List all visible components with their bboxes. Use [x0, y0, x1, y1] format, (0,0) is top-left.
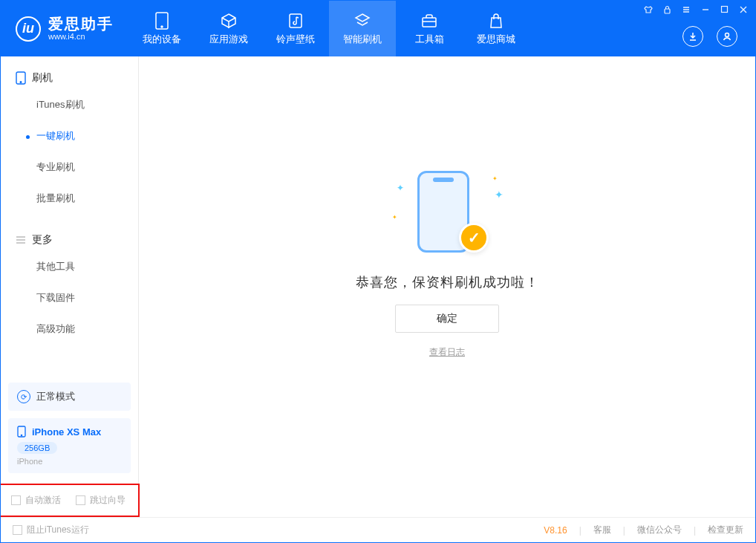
wechat-link[interactable]: 微信公众号: [637, 524, 682, 536]
mode-label: 正常模式: [36, 390, 75, 403]
checkbox-icon: [13, 525, 22, 535]
checkbox-label: 自动激活: [25, 494, 61, 507]
sparkle-icon: ✦: [495, 189, 504, 201]
confirm-button[interactable]: 确定: [395, 305, 499, 333]
minimize-button[interactable]: [701, 5, 710, 16]
sidebar-item-other-tools[interactable]: 其他工具: [1, 251, 138, 282]
svg-rect-5: [665, 9, 670, 13]
device-name: iPhone XS Max: [32, 426, 101, 438]
checkbox-auto-activate[interactable]: 自动激活: [11, 494, 61, 507]
phone-icon: [16, 71, 26, 85]
header: iu 爱思助手 www.i4.cn 我的设备 应用游戏: [1, 1, 755, 56]
sparkle-icon: ✦: [397, 183, 404, 193]
cube-icon: [220, 12, 238, 30]
svg-point-4: [726, 33, 729, 36]
download-button[interactable]: [682, 26, 703, 47]
nav-label: 爱思商城: [477, 33, 515, 46]
sidebar-section-flash: 刷机 iTunes刷机 一键刷机 专业刷机 批量刷机: [1, 56, 138, 218]
sidebar-item-oneclick-flash[interactable]: 一键刷机: [1, 120, 138, 152]
music-icon: [287, 12, 304, 30]
nav-label: 我的设备: [143, 33, 181, 46]
svg-point-10: [21, 435, 22, 435]
checkbox-icon: [76, 495, 85, 505]
logo: iu 爱思助手 www.i4.cn: [1, 1, 128, 56]
version-label: V8.16: [544, 525, 567, 536]
footer: 阻止iTunes运行 V8.16 | 客服 | 微信公众号 | 检查更新: [1, 517, 755, 542]
nav-store[interactable]: 爱思商城: [463, 1, 529, 56]
sidebar-bottom: ⟳ 正常模式 iPhone XS Max 256GB iPhone: [1, 383, 138, 484]
svg-point-8: [20, 82, 22, 83]
checkbox-skip-wizard[interactable]: 跳过向导: [76, 494, 126, 507]
app-title: 爱思助手: [48, 16, 114, 32]
sidebar-heading-label: 更多: [32, 233, 53, 247]
check-update-link[interactable]: 检查更新: [708, 524, 743, 536]
sidebar-heading-more: 更多: [1, 229, 138, 251]
shirt-icon[interactable]: [644, 5, 653, 16]
nav-toolbox[interactable]: 工具箱: [396, 1, 463, 56]
sidebar: 刷机 iTunes刷机 一键刷机 专业刷机 批量刷机 更多 其他工具 下载固件 …: [1, 56, 139, 517]
view-log-link[interactable]: 查看日志: [429, 346, 465, 359]
sparkle-icon: ✦: [492, 175, 498, 182]
refresh-icon: [353, 12, 371, 30]
logo-text: 爱思助手 www.i4.cn: [48, 16, 114, 41]
logo-icon: iu: [16, 16, 41, 42]
sidebar-item-batch-flash[interactable]: 批量刷机: [1, 183, 138, 214]
lock-icon[interactable]: [663, 5, 671, 16]
sidebar-item-advanced[interactable]: 高级功能: [1, 313, 138, 345]
success-message: 恭喜您，保资料刷机成功啦！: [356, 273, 539, 291]
nav-label: 铃声壁纸: [276, 33, 315, 46]
list-icon: [16, 235, 26, 244]
sidebar-heading-label: 刷机: [32, 71, 53, 85]
support-link[interactable]: 客服: [593, 524, 611, 536]
menu-icon[interactable]: [682, 5, 691, 16]
check-icon: ✓: [459, 223, 489, 253]
nav-my-device[interactable]: 我的设备: [128, 1, 195, 56]
nav-ringtones[interactable]: 铃声壁纸: [262, 1, 329, 56]
sidebar-item-pro-flash[interactable]: 专业刷机: [1, 152, 138, 183]
svg-rect-6: [722, 7, 728, 13]
phone-icon: [17, 426, 26, 438]
device-type: iPhone: [17, 457, 122, 466]
device-card[interactable]: iPhone XS Max 256GB iPhone: [8, 418, 131, 473]
svg-point-1: [161, 26, 163, 27]
nav-apps[interactable]: 应用游戏: [195, 1, 262, 56]
app-subtitle: www.i4.cn: [48, 32, 114, 41]
device-name-row: iPhone XS Max: [17, 426, 122, 438]
mode-card[interactable]: ⟳ 正常模式: [8, 383, 131, 411]
sidebar-item-itunes-flash[interactable]: iTunes刷机: [1, 89, 138, 120]
user-button[interactable]: [717, 26, 737, 47]
checkbox-block-itunes[interactable]: 阻止iTunes运行: [13, 524, 89, 536]
checkbox-label: 跳过向导: [90, 494, 126, 507]
bag-icon: [487, 12, 505, 30]
sidebar-section-more: 更多 其他工具 下载固件 高级功能: [1, 218, 138, 349]
main-nav: 我的设备 应用游戏 铃声壁纸 智能刷机: [128, 1, 529, 56]
checkbox-icon: [11, 495, 21, 505]
nav-label: 工具箱: [415, 33, 444, 46]
toolbox-icon: [420, 12, 438, 30]
options-box: 自动激活 跳过向导: [1, 484, 140, 517]
sync-icon: ⟳: [17, 390, 30, 403]
nav-flash[interactable]: 智能刷机: [329, 1, 396, 56]
window-controls: [644, 5, 748, 16]
success-illustration: ✦ ✦ ✦ ✦ ✓: [395, 171, 499, 260]
phone-icon: [153, 12, 171, 30]
close-button[interactable]: [739, 5, 748, 16]
app-window: iu 爱思助手 www.i4.cn 我的设备 应用游戏: [0, 0, 756, 543]
svg-rect-2: [290, 14, 302, 27]
main-area: ✦ ✦ ✦ ✦ ✓ 恭喜您，保资料刷机成功啦！ 确定 查看日志: [139, 56, 755, 517]
sparkle-icon: ✦: [392, 214, 397, 221]
sidebar-item-download-firmware[interactable]: 下载固件: [1, 282, 138, 313]
svg-rect-3: [423, 18, 436, 27]
maximize-button[interactable]: [720, 5, 729, 16]
device-storage-badge: 256GB: [17, 442, 57, 454]
body: 刷机 iTunes刷机 一键刷机 专业刷机 批量刷机 更多 其他工具 下载固件 …: [1, 56, 755, 517]
sidebar-heading-flash: 刷机: [1, 67, 138, 89]
nav-label: 应用游戏: [209, 33, 248, 46]
nav-label: 智能刷机: [343, 33, 382, 46]
checkbox-label: 阻止iTunes运行: [27, 524, 89, 536]
